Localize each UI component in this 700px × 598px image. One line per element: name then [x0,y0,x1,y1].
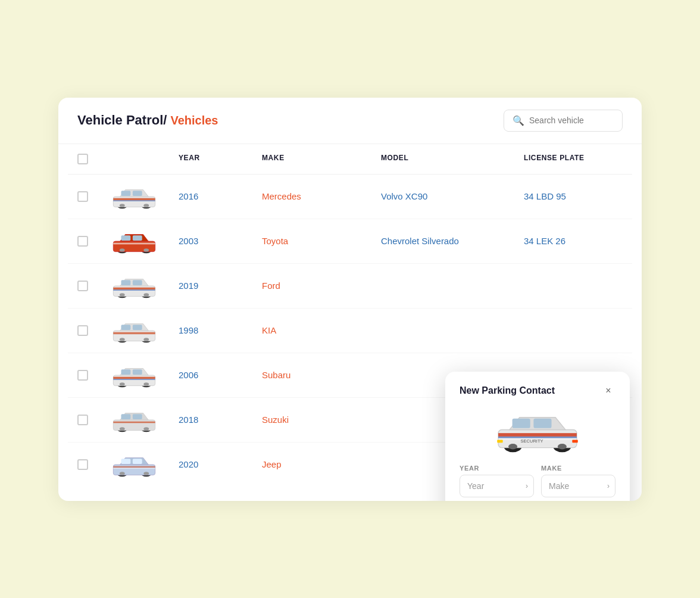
make-select[interactable]: Make MercedesToyotaFord KIASubaruSuzuki [541,475,615,497]
svg-rect-4 [121,191,130,196]
table-row: 1998 KIA [68,309,632,353]
car-illustration [109,273,160,299]
svg-rect-23 [121,280,130,285]
car-image-cell [107,182,161,211]
car-illustration [109,362,160,388]
row-checkbox[interactable] [77,191,88,202]
main-container: Vehicle Patrol/ Vehicles 🔍 YEAR MAKE MOD… [58,98,642,501]
svg-rect-63 [113,466,155,468]
make-label: MAKE [541,465,615,472]
svg-rect-5 [132,191,142,196]
car-image-cell [107,226,161,256]
cell-make: Mercedes [262,191,381,201]
cell-year: 1998 [179,325,262,335]
modal-close-button[interactable]: × [601,384,615,398]
cell-plate: 34 LBD 95 [524,191,642,201]
svg-rect-62 [132,459,142,464]
svg-point-78 [558,444,567,449]
svg-point-37 [143,338,149,341]
row-checkbox[interactable] [77,281,88,291]
row-checkbox-cell [77,236,107,247]
car-image-cell [107,405,161,435]
cell-make: Ford [262,281,381,291]
year-select[interactable]: Year 201620172018 201920202021 [460,475,534,497]
car-illustration [109,317,160,344]
cell-year: 2019 [179,281,262,291]
row-checkbox-cell [77,459,107,470]
header-title: Vehicle Patrol/ Vehicles [77,113,218,128]
image-header-cell [107,154,179,164]
svg-point-36 [119,338,124,341]
make-column-header: MAKE [262,154,381,164]
row-checkbox-cell [77,325,107,336]
car-image-cell [107,360,161,390]
row-checkbox-cell [77,191,107,202]
row-checkbox[interactable] [77,415,88,425]
cell-make: Jeep [262,459,381,469]
model-column-header: MODEL [381,154,524,164]
page-title-main: Vehicle Patrol/ [77,113,167,128]
cell-make: Toyota [262,236,381,246]
svg-rect-35 [113,332,155,334]
svg-rect-26 [113,289,155,291]
search-icon: 🔍 [512,115,524,126]
cell-year: 2003 [179,236,262,246]
cell-make: KIA [262,325,381,335]
svg-rect-80 [572,440,577,443]
cell-plate: 34 LEK 26 [524,236,642,246]
row-checkbox[interactable] [77,236,88,247]
svg-rect-44 [113,376,155,379]
svg-rect-54 [113,421,155,423]
svg-point-17 [119,248,124,251]
cell-year: 2018 [179,415,262,425]
car-image-cell [107,271,161,301]
car-image-cell [107,450,161,479]
svg-point-77 [508,444,517,449]
year-form-group: YEAR Year 201620172018 201920202021 › [460,465,534,497]
svg-point-27 [119,293,124,296]
svg-rect-71 [512,418,530,428]
table-header: YEAR MAKE MODEL LICENSE PLATE [68,144,632,175]
car-illustration [109,407,160,433]
row-checkbox[interactable] [77,459,88,470]
cell-make: Suzuki [262,415,381,425]
svg-rect-14 [121,235,130,241]
modal-car-illustration: SECURITY [490,406,585,454]
row-checkbox-cell [77,281,107,291]
new-parking-contact-modal: New Parking Contact × SECURITY [445,372,630,501]
modal-car-image: SECURITY [460,406,615,454]
svg-rect-73 [498,433,577,437]
svg-rect-6 [113,198,155,200]
modal-title: New Parking Contact [460,385,555,396]
svg-point-8 [119,204,124,207]
cell-year: 2016 [179,191,262,201]
car-illustration [109,451,160,478]
search-container[interactable]: 🔍 [504,110,623,132]
svg-rect-43 [132,369,142,375]
make-select-wrapper: Make MercedesToyotaFord KIASubaruSuzuki … [541,475,615,497]
select-all-checkbox[interactable] [77,154,88,164]
row-checkbox[interactable] [77,325,88,336]
svg-rect-24 [132,280,142,285]
table-row: 2003 Toyota Chevrolet Silverado 34 LEK 2… [68,219,632,264]
modal-header: New Parking Contact × [460,384,615,398]
svg-rect-79 [497,440,502,443]
search-input[interactable] [529,116,614,125]
plate-column-header: LICENSE PLATE [524,154,642,164]
checkbox-header-cell [77,154,107,164]
row-checkbox[interactable] [77,370,88,381]
svg-rect-16 [113,242,155,244]
svg-rect-72 [533,418,551,428]
car-illustration [109,183,160,210]
svg-point-28 [143,293,149,296]
car-image-cell [107,316,161,345]
page-title-sub: Vehicles [170,114,218,127]
cell-year: 2006 [179,370,262,380]
svg-rect-61 [121,459,130,464]
svg-point-46 [119,382,124,385]
svg-rect-53 [132,414,142,419]
svg-rect-42 [121,369,130,375]
cell-make: Subaru [262,370,381,380]
svg-point-18 [143,248,149,251]
header: Vehicle Patrol/ Vehicles 🔍 [58,98,642,144]
